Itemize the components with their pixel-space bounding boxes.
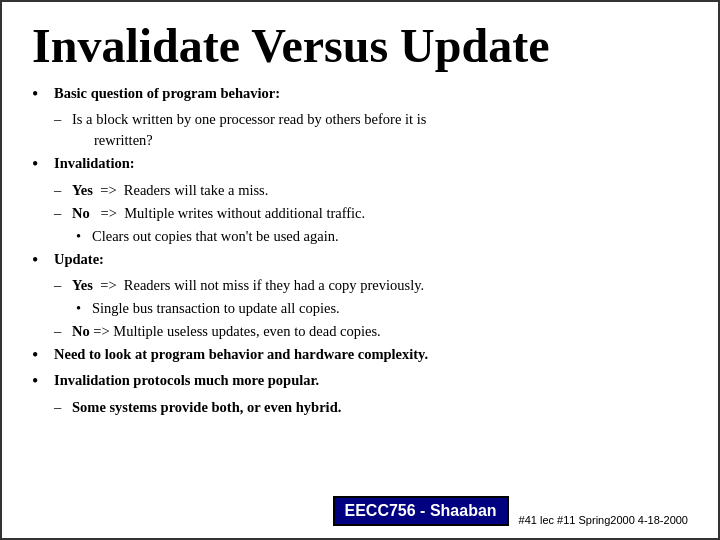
bullet-3-sub-1: – Yes => Readers will not miss if they h… xyxy=(54,275,688,296)
bullet-1-dot: • xyxy=(32,83,50,106)
bullet-5-dot: • xyxy=(32,370,50,393)
dash-icon-2: – xyxy=(54,180,72,201)
bullet-2: • Invalidation: xyxy=(32,153,688,176)
bullet-2-sub-1: – Yes => Readers will take a miss. xyxy=(54,180,688,201)
footer-badge: EECC756 - Shaaban xyxy=(333,496,509,526)
bullet-5: • Invalidation protocols much more popul… xyxy=(32,370,688,393)
bullet-1-sub-1-indent: rewritten? xyxy=(94,132,153,148)
bullet-2-text: Invalidation: xyxy=(54,153,688,174)
dash-icon-6: – xyxy=(54,397,72,418)
bullet-2-dot: • xyxy=(32,153,50,176)
bullet-2-subsub-1: • Clears out copies that won't be used a… xyxy=(76,226,688,247)
bullet-3-sub-1-text: Yes => Readers will not miss if they had… xyxy=(72,275,688,296)
bullet-2-sub-2-text: No => Multiple writes without additional… xyxy=(72,203,688,224)
bullet-3-sub-2-text: No => Multiple useless updates, even to … xyxy=(72,321,688,342)
bullet-3: • Update: xyxy=(32,249,688,272)
bullet-3-subsub-1-text: Single bus transaction to update all cop… xyxy=(92,298,688,319)
bullet-1-text: Basic question of program behavior: xyxy=(54,83,688,104)
bullet-3-dot: • xyxy=(32,249,50,272)
dash-icon-5: – xyxy=(54,321,72,342)
sub-bullet-icon-2: • xyxy=(76,298,92,319)
slide-footer: EECC756 - Shaaban #41 lec #11 Spring2000… xyxy=(32,490,688,526)
bullet-5-sub-1: – Some systems provide both, or even hyb… xyxy=(54,397,688,418)
bullet-4: • Need to look at program behavior and h… xyxy=(32,344,688,367)
bullet-3-text: Update: xyxy=(54,249,688,270)
bullet-1-sub-1-text: Is a block written by one processor read… xyxy=(72,109,688,151)
slide-title: Invalidate Versus Update xyxy=(32,20,688,73)
bullet-5-sub-1-text: Some systems provide both, or even hybri… xyxy=(72,397,688,418)
bullet-5-text: Invalidation protocols much more popular… xyxy=(54,370,688,391)
footer-course-info: #41 lec #11 Spring2000 4-18-2000 xyxy=(519,514,688,526)
bullet-1-sub-1: – Is a block written by one processor re… xyxy=(54,109,688,151)
bullet-4-dot: • xyxy=(32,344,50,367)
dash-icon-3: – xyxy=(54,203,72,224)
sub-bullet-icon: • xyxy=(76,226,92,247)
bullet-4-text: Need to look at program behavior and har… xyxy=(54,344,688,365)
bullet-3-sub-2: – No => Multiple useless updates, even t… xyxy=(54,321,688,342)
footer-info: EECC756 - Shaaban xyxy=(333,496,509,526)
dash-icon: – xyxy=(54,109,72,130)
bullet-1: • Basic question of program behavior: xyxy=(32,83,688,106)
dash-icon-4: – xyxy=(54,275,72,296)
slide-content: • Basic question of program behavior: – … xyxy=(32,83,688,490)
bullet-2-subsub-1-text: Clears out copies that won't be used aga… xyxy=(92,226,688,247)
bullet-3-subsub-1: • Single bus transaction to update all c… xyxy=(76,298,688,319)
bullet-2-sub-2: – No => Multiple writes without addition… xyxy=(54,203,688,224)
slide: Invalidate Versus Update • Basic questio… xyxy=(0,0,720,540)
bullet-2-sub-1-text: Yes => Readers will take a miss. xyxy=(72,180,688,201)
